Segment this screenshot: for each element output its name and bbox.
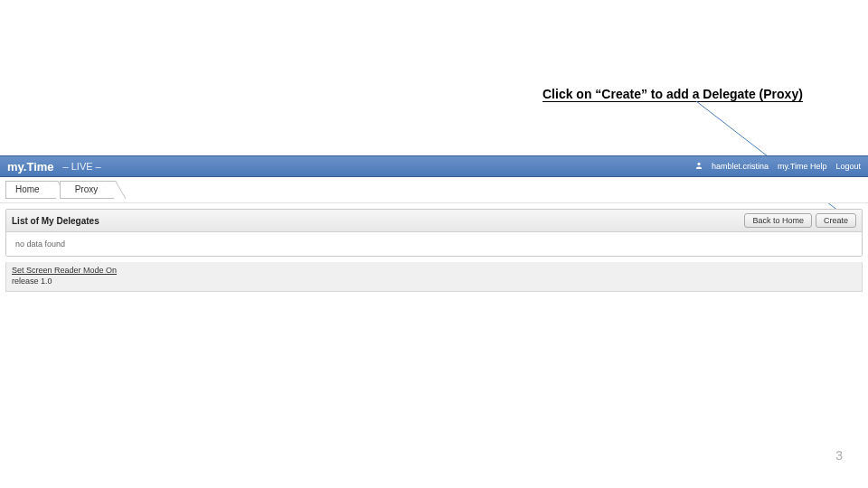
panel-header: List of My Delegates Back to Home Create	[6, 210, 862, 232]
breadcrumb-proxy[interactable]: Proxy	[60, 181, 111, 199]
back-to-home-button[interactable]: Back to Home	[744, 213, 812, 228]
user-name-link[interactable]: hamblet.cristina	[712, 162, 769, 171]
release-label: release 1.0	[12, 277, 856, 286]
help-link[interactable]: my.Time Help	[778, 162, 827, 171]
topbar: my.Time – LIVE – hamblet.cristina my.Tim…	[0, 155, 868, 177]
screen-reader-toggle-link[interactable]: Set Screen Reader Mode On	[12, 266, 856, 275]
footer: Set Screen Reader Mode On release 1.0	[5, 262, 863, 292]
logout-link[interactable]: Logout	[835, 162, 861, 171]
breadcrumb: Home Proxy	[0, 177, 868, 203]
user-icon	[695, 162, 703, 171]
breadcrumb-home[interactable]: Home	[5, 181, 52, 199]
delegates-panel: List of My Delegates Back to Home Create…	[5, 209, 863, 257]
create-button[interactable]: Create	[816, 213, 856, 228]
svg-point-1	[697, 163, 700, 165]
env-label: – LIVE –	[63, 161, 101, 172]
app-window: my.Time – LIVE – hamblet.cristina my.Tim…	[0, 155, 868, 292]
instruction-annotation: Click on “Create” to add a Delegate (Pro…	[542, 87, 803, 102]
panel-title: List of My Delegates	[12, 216, 99, 226]
app-brand: my.Time	[7, 160, 54, 174]
page-number: 3	[835, 448, 843, 463]
panel-body-empty: no data found	[6, 232, 862, 256]
